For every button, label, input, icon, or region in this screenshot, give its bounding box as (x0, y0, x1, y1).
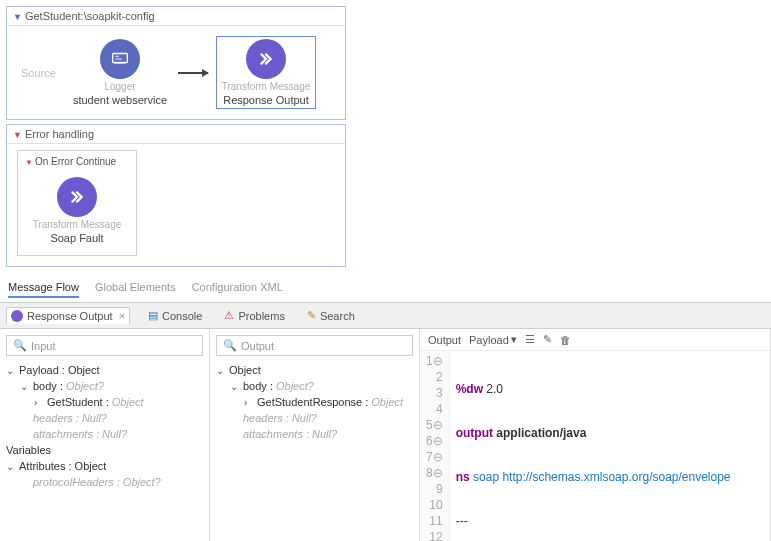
tree-node-attachments[interactable]: attachments : Null? (216, 426, 413, 442)
collapse-arrow-icon: ▼ (13, 12, 22, 22)
tree-node-getstudentresponse[interactable]: ›GetStudentResponse : Object (216, 394, 413, 410)
tree-node-protocolheaders[interactable]: protocolHeaders : Object? (6, 474, 203, 490)
flow-arrow-icon (178, 72, 208, 74)
chevron-right-icon: › (34, 397, 44, 408)
tree-node-body[interactable]: ⌄body : Object? (216, 378, 413, 394)
chevron-down-icon: ⌄ (216, 365, 226, 376)
chevron-down-icon: ⌄ (20, 381, 30, 392)
chevron-down-icon: ⌄ (6, 461, 16, 472)
tab-config-xml[interactable]: Configuration XML (192, 281, 283, 298)
collapse-arrow-icon: ▼ (25, 158, 33, 167)
tab-search[interactable]: ✎ Search (303, 307, 359, 324)
step-type-label: Transform Message (33, 219, 122, 230)
chevron-down-icon: ⌄ (230, 381, 240, 392)
output-column: 🔍Output ⌄Object ⌄body : Object? ›GetStud… (210, 329, 420, 541)
flashlight-icon: ✎ (307, 309, 316, 322)
step-name-label: Response Output (223, 94, 309, 106)
output-tree: ⌄Object ⌄body : Object? ›GetStudentRespo… (210, 362, 419, 448)
on-error-continue-box[interactable]: ▼On Error Continue Transform Message Soa… (17, 150, 137, 256)
tree-node-attachments[interactable]: attachments : Null? (6, 426, 203, 442)
tab-message-flow[interactable]: Message Flow (8, 281, 79, 298)
chevron-right-icon: › (244, 397, 254, 408)
output-search[interactable]: 🔍Output (216, 335, 413, 356)
source-placeholder: Source (17, 67, 62, 79)
problems-icon: ⚠ (224, 309, 234, 322)
step-type-label: Transform Message (222, 81, 311, 92)
step-name-label: student webservice (73, 94, 167, 106)
dataweave-mapper: 🔍Input ⌄Payload : Object ⌄body : Object?… (0, 328, 771, 541)
chevron-down-icon: ⌄ (6, 365, 16, 376)
transform-tab-icon (11, 310, 23, 322)
flow-canvas: ▼GetStudent:\soapkit-config Source Logge… (0, 0, 771, 277)
tree-node-headers[interactable]: headers : Null? (6, 410, 203, 426)
tree-node-getstudent[interactable]: ›GetStudent : Object (6, 394, 203, 410)
tree-view-icon[interactable]: ☰ (525, 333, 535, 346)
step-name-label: Soap Fault (50, 232, 103, 244)
input-tree: ⌄Payload : Object ⌄body : Object? ›GetSt… (0, 362, 209, 496)
code-editor[interactable]: 1⊖ 2 3 4 5⊖ 6⊖ 7⊖ 8⊖ 9 10 11 12 13 %dw 2… (420, 351, 770, 541)
tree-node-object[interactable]: ⌄Object (216, 362, 413, 378)
tree-node-variables[interactable]: Variables (6, 442, 203, 458)
tree-node-payload[interactable]: ⌄Payload : Object (6, 362, 203, 378)
code-column: Output Payload ▾ ☰ ✎ 🗑 1⊖ 2 3 4 5⊖ 6⊖ 7⊖… (420, 329, 771, 541)
flow-error-box: ▼Error handling ▼On Error Continue Trans… (6, 124, 346, 267)
transform-step-response[interactable]: Transform Message Response Output (216, 36, 316, 109)
tree-node-body[interactable]: ⌄body : Object? (6, 378, 203, 394)
panel-tab-strip: Response Output × ▤ Console ⚠ Problems ✎… (0, 302, 771, 328)
search-icon: 🔍 (223, 339, 237, 352)
code-content[interactable]: %dw 2.0 output application/java ns soap … (450, 351, 737, 541)
transform-icon (57, 177, 97, 217)
tab-console[interactable]: ▤ Console (144, 307, 206, 324)
transform-icon (246, 39, 286, 79)
edit-icon[interactable]: ✎ (543, 333, 552, 346)
payload-dropdown[interactable]: Payload ▾ (469, 333, 517, 346)
logger-step[interactable]: Logger student webservice (70, 37, 170, 108)
svg-rect-0 (113, 54, 128, 63)
on-error-header: ▼On Error Continue (21, 154, 133, 169)
output-label: Output (428, 334, 461, 346)
tab-global-elements[interactable]: Global Elements (95, 281, 176, 298)
tab-response-output[interactable]: Response Output × (6, 307, 130, 324)
input-search[interactable]: 🔍Input (6, 335, 203, 356)
tree-node-attributes[interactable]: ⌄Attributes : Object (6, 458, 203, 474)
flow-title: GetStudent:\soapkit-config (25, 10, 155, 22)
line-gutter: 1⊖ 2 3 4 5⊖ 6⊖ 7⊖ 8⊖ 9 10 11 12 13 (420, 351, 450, 541)
trash-icon[interactable]: 🗑 (560, 334, 571, 346)
transform-step-fault[interactable]: Transform Message Soap Fault (27, 175, 127, 246)
tab-problems[interactable]: ⚠ Problems (220, 307, 288, 324)
console-icon: ▤ (148, 309, 158, 322)
flow-main-box: ▼GetStudent:\soapkit-config Source Logge… (6, 6, 346, 120)
flow-error-header[interactable]: ▼Error handling (7, 125, 345, 144)
editor-bottom-tabs: Message Flow Global Elements Configurati… (0, 277, 771, 302)
close-icon[interactable]: × (119, 310, 125, 322)
search-icon: 🔍 (13, 339, 27, 352)
tree-node-headers[interactable]: headers : Null? (216, 410, 413, 426)
code-header: Output Payload ▾ ☰ ✎ 🗑 (420, 329, 770, 351)
logger-icon (100, 39, 140, 79)
flow-main-header[interactable]: ▼GetStudent:\soapkit-config (7, 7, 345, 26)
input-column: 🔍Input ⌄Payload : Object ⌄body : Object?… (0, 329, 210, 541)
error-title: Error handling (25, 128, 94, 140)
collapse-arrow-icon: ▼ (13, 130, 22, 140)
chevron-down-icon: ▾ (511, 333, 517, 346)
step-type-label: Logger (104, 81, 135, 92)
